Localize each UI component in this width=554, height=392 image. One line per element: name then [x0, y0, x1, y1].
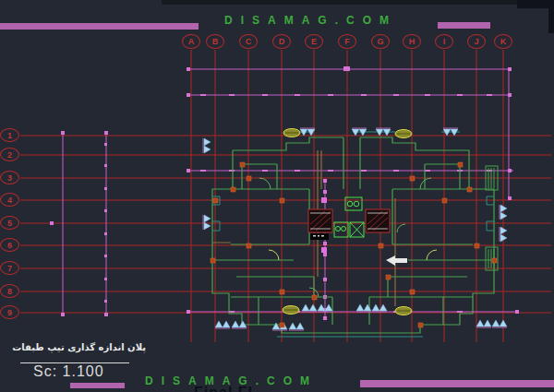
core-label-box — [310, 233, 329, 240]
structural-grid-lines — [20, 50, 551, 342]
core-elevators — [334, 197, 364, 237]
dimension-lines — [63, 69, 517, 318]
grid-bubble-col-a: A — [182, 34, 200, 49]
grid-bubble-row-9: 9 — [0, 305, 19, 319]
grid-bubble-col-g: G — [371, 34, 390, 49]
plan-walls-teal — [212, 132, 494, 337]
grid-bubble-row-4: 4 — [0, 193, 19, 207]
grid-bubble-row-5: 5 — [0, 216, 19, 230]
louver-boxes — [486, 166, 498, 270]
drawing-title-farsi: پلان اندازه گذاری تیپ طبقات — [17, 342, 146, 352]
grid-bubble-row-1: 1 — [0, 128, 19, 142]
bottom-left-divider-bar — [70, 383, 125, 388]
floor-plan-drawing — [0, 0, 554, 392]
grid-bubble-col-b: B — [206, 34, 224, 49]
grid-bubble-col-f: F — [338, 34, 356, 49]
grid-bubble-col-e: E — [305, 34, 323, 49]
partial-caption: Final Fl — [194, 385, 253, 392]
core-stair-left — [308, 209, 332, 232]
cad-drawing-canvas: DISAMAG.COM A B C D E F G H I J K 1 2 3 … — [0, 0, 554, 392]
direction-arrow — [386, 255, 407, 266]
grid-bubble-col-i: I — [435, 34, 453, 49]
grid-bubble-col-d: D — [272, 34, 291, 49]
grid-bubble-row-7: 7 — [0, 261, 19, 275]
dimension-ticks — [50, 66, 519, 320]
grid-bubble-col-k: K — [494, 34, 512, 49]
grid-bubble-col-c: C — [239, 34, 258, 49]
bottom-right-divider-bar — [360, 380, 554, 387]
grid-bubble-col-j: J — [467, 34, 486, 49]
grid-bubble-row-3: 3 — [0, 171, 19, 184]
grid-bubble-row-2: 2 — [0, 148, 19, 161]
scale-label: Sc: 1.100 — [33, 363, 104, 380]
watermark-top: DISAMAG.COM — [224, 14, 397, 27]
core-stair-right — [366, 209, 390, 232]
grid-bubble-col-h: H — [403, 34, 421, 49]
plan-walls-green — [212, 137, 494, 333]
top-right-divider-bar — [438, 22, 490, 29]
grid-bubble-row-6: 6 — [0, 238, 19, 252]
grid-bubble-row-8: 8 — [0, 284, 19, 298]
top-left-divider-bar — [0, 23, 199, 30]
